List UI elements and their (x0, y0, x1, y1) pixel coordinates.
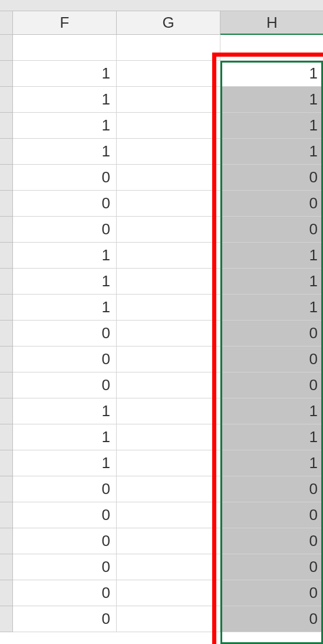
row-header[interactable] (0, 61, 13, 87)
cell-H[interactable] (220, 35, 323, 61)
data-row: 00 (0, 502, 323, 528)
cell-F[interactable]: 0 (13, 191, 117, 217)
cell-G[interactable] (117, 61, 220, 87)
cell-F[interactable]: 1 (13, 450, 117, 476)
cell-G[interactable] (117, 528, 220, 554)
row-header[interactable] (0, 87, 13, 113)
cell-F[interactable]: 0 (13, 372, 117, 398)
cell-H[interactable]: 1 (220, 87, 323, 113)
cell-G[interactable] (117, 450, 220, 476)
cell-G[interactable] (117, 606, 220, 632)
row-header[interactable] (0, 476, 13, 502)
cell-H[interactable]: 1 (220, 139, 323, 165)
cell-G[interactable] (117, 372, 220, 398)
row-header[interactable] (0, 424, 13, 450)
cell-F[interactable]: 0 (13, 554, 117, 580)
cell-H[interactable]: 0 (220, 165, 323, 191)
row-header[interactable] (0, 528, 13, 554)
row-header[interactable] (0, 243, 13, 269)
cell-H[interactable]: 0 (220, 372, 323, 398)
cell-H[interactable]: 1 (220, 295, 323, 321)
cell-G[interactable] (117, 346, 220, 372)
row-header[interactable] (0, 321, 13, 346)
cell-H[interactable]: 0 (220, 502, 323, 528)
row-header[interactable] (0, 554, 13, 580)
cell-G[interactable] (117, 269, 220, 295)
row-header[interactable] (0, 580, 13, 606)
data-row: 11 (0, 398, 323, 424)
col-header-F[interactable]: F (13, 11, 117, 34)
cell-F[interactable]: 0 (13, 502, 117, 528)
cell-H[interactable]: 1 (220, 269, 323, 295)
cell-G[interactable] (117, 217, 220, 243)
col-header-H[interactable]: H (220, 11, 323, 34)
col-header-G[interactable]: G (117, 11, 220, 34)
cell-F[interactable]: 0 (13, 346, 117, 372)
row-header[interactable] (0, 606, 13, 632)
row-header[interactable] (0, 450, 13, 476)
cell-F[interactable]: 1 (13, 87, 117, 113)
cell-F[interactable]: 0 (13, 321, 117, 346)
cell-G[interactable] (117, 321, 220, 346)
corner-spacer[interactable] (0, 11, 13, 34)
cell-H[interactable]: 0 (220, 606, 323, 632)
cell-H[interactable]: 1 (220, 398, 323, 424)
row-header[interactable] (0, 217, 13, 243)
cell-F[interactable]: 1 (13, 113, 117, 139)
cell-H[interactable]: 1 (220, 113, 323, 139)
cell-G[interactable] (117, 502, 220, 528)
cell-G[interactable] (117, 295, 220, 321)
row-header[interactable] (0, 372, 13, 398)
row-header[interactable] (0, 346, 13, 372)
cell-H[interactable]: 0 (220, 217, 323, 243)
cell-G[interactable] (117, 580, 220, 606)
cell-F[interactable]: 0 (13, 165, 117, 191)
cell-H[interactable]: 0 (220, 191, 323, 217)
cell-H[interactable]: 1 (220, 243, 323, 269)
cell-F[interactable] (13, 35, 117, 61)
cell-H[interactable]: 1 (220, 424, 323, 450)
cell-F[interactable]: 0 (13, 606, 117, 632)
cell-G[interactable] (117, 35, 220, 61)
row-header[interactable] (0, 113, 13, 139)
cell-G[interactable] (117, 476, 220, 502)
cell-G[interactable] (117, 139, 220, 165)
cell-F[interactable]: 1 (13, 243, 117, 269)
cell-H[interactable]: 0 (220, 528, 323, 554)
row-header[interactable] (0, 295, 13, 321)
cell-G[interactable] (117, 424, 220, 450)
cell-F[interactable]: 1 (13, 269, 117, 295)
cell-F[interactable]: 1 (13, 139, 117, 165)
cell-F[interactable]: 0 (13, 476, 117, 502)
data-row: 00 (0, 346, 323, 372)
cell-G[interactable] (117, 113, 220, 139)
cell-H[interactable]: 1 (220, 61, 323, 87)
cell-F[interactable]: 0 (13, 217, 117, 243)
data-row: 00 (0, 321, 323, 346)
cell-G[interactable] (117, 554, 220, 580)
row-header[interactable] (0, 502, 13, 528)
cell-H[interactable]: 0 (220, 476, 323, 502)
cell-G[interactable] (117, 87, 220, 113)
cell-H[interactable]: 0 (220, 346, 323, 372)
row-header[interactable] (0, 398, 13, 424)
cell-F[interactable]: 1 (13, 61, 117, 87)
row-header[interactable] (0, 35, 13, 61)
cell-F[interactable]: 0 (13, 580, 117, 606)
cell-H[interactable]: 0 (220, 580, 323, 606)
row-header[interactable] (0, 139, 13, 165)
row-header[interactable] (0, 269, 13, 295)
cell-G[interactable] (117, 243, 220, 269)
cell-H[interactable]: 0 (220, 554, 323, 580)
row-header[interactable] (0, 191, 13, 217)
cell-F[interactable]: 1 (13, 295, 117, 321)
cell-G[interactable] (117, 398, 220, 424)
cell-F[interactable]: 1 (13, 424, 117, 450)
cell-F[interactable]: 1 (13, 398, 117, 424)
cell-H[interactable]: 1 (220, 450, 323, 476)
cell-G[interactable] (117, 191, 220, 217)
row-header[interactable] (0, 165, 13, 191)
cell-H[interactable]: 0 (220, 321, 323, 346)
cell-G[interactable] (117, 165, 220, 191)
cell-F[interactable]: 0 (13, 528, 117, 554)
